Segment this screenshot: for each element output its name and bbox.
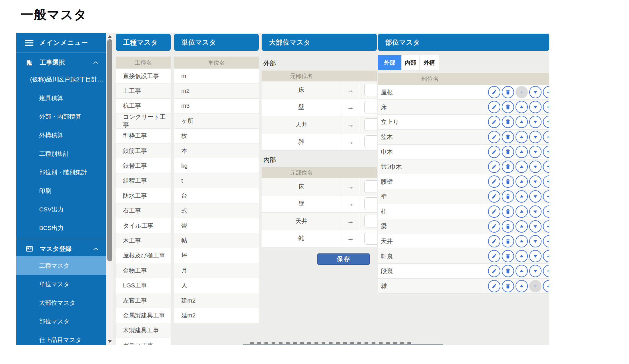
add-button[interactable]	[543, 101, 549, 113]
move-down-button[interactable]	[529, 190, 542, 203]
list-item[interactable]: m2	[174, 83, 259, 98]
add-button[interactable]	[543, 280, 549, 292]
move-down-button[interactable]	[529, 101, 542, 113]
move-up-button[interactable]	[515, 146, 528, 158]
move-down-button[interactable]	[529, 265, 542, 277]
list-item[interactable]: 土工事	[116, 83, 171, 98]
part-name[interactable]: 巾木	[378, 145, 482, 159]
delete-button[interactable]	[502, 131, 514, 143]
list-item[interactable]: 直接仮設工事	[116, 69, 171, 83]
sidebar-item-部位マスタ[interactable]: 部位マスタ	[16, 312, 106, 331]
sidebar-group-master[interactable]: マスタ登録	[16, 241, 106, 256]
sidebar-group-construction[interactable]: 工事選択	[16, 55, 106, 70]
move-down-button[interactable]	[529, 250, 542, 262]
list-item[interactable]: ヶ所	[174, 113, 259, 128]
delete-button[interactable]	[502, 101, 514, 113]
list-item[interactable]: 組積工事	[116, 173, 171, 188]
target-part-input[interactable]	[364, 180, 377, 193]
edit-button[interactable]	[488, 101, 500, 113]
chevron-up-icon[interactable]	[93, 61, 98, 64]
list-item[interactable]: 金属製建具工事	[116, 308, 171, 323]
delete-button[interactable]	[502, 220, 514, 233]
part-name[interactable]: 天井	[378, 234, 482, 249]
delete-button[interactable]	[502, 116, 514, 128]
add-button[interactable]	[543, 131, 549, 143]
add-button[interactable]	[543, 86, 549, 98]
add-button[interactable]	[543, 190, 549, 203]
list-item[interactable]: 月	[174, 263, 259, 278]
list-item[interactable]: 木工事	[116, 233, 171, 248]
edit-button[interactable]	[488, 116, 500, 128]
delete-button[interactable]	[502, 250, 514, 262]
list-item[interactable]: 防水工事	[116, 188, 171, 203]
move-down-button[interactable]	[529, 235, 542, 247]
sidebar-item-(仮称)品川区戸越2丁目計…[interactable]: (仮称)品川区戸越2丁目計…	[16, 70, 106, 89]
move-down-button[interactable]	[529, 175, 542, 188]
scroll-up-icon[interactable]	[108, 35, 112, 38]
edit-button[interactable]	[488, 265, 500, 277]
edit-button[interactable]	[488, 235, 500, 247]
target-part-input[interactable]	[364, 118, 377, 131]
list-item[interactable]: 建m2	[174, 293, 259, 308]
add-button[interactable]	[543, 250, 549, 262]
delete-button[interactable]	[502, 235, 514, 247]
list-item[interactable]: 延m2	[174, 308, 259, 323]
list-item[interactable]: コンクリート工事	[116, 113, 171, 128]
delete-button[interactable]	[502, 161, 514, 173]
sidebar-item-建具積算[interactable]: 建具積算	[16, 89, 106, 107]
move-up-button[interactable]	[515, 175, 528, 188]
tab-外部[interactable]: 外部	[378, 55, 401, 70]
target-part-input[interactable]	[364, 84, 377, 96]
sidebar-item-BCS出力[interactable]: BCS出力	[16, 219, 106, 237]
add-button[interactable]	[543, 220, 549, 233]
list-item[interactable]: 型枠工事	[116, 129, 171, 143]
part-name[interactable]: 壁	[378, 189, 482, 204]
move-down-button[interactable]	[529, 205, 542, 218]
edit-button[interactable]	[488, 161, 500, 173]
move-up-button[interactable]	[515, 205, 528, 218]
part-name[interactable]: 軒裏	[378, 249, 482, 263]
list-item[interactable]: 枚	[174, 129, 259, 143]
target-part-input[interactable]	[364, 232, 377, 245]
edit-button[interactable]	[488, 175, 500, 188]
list-item[interactable]: タイル工事	[116, 218, 171, 233]
save-button[interactable]: 保存	[317, 253, 370, 265]
tab-内部[interactable]: 内部	[401, 55, 420, 70]
scrollbar-thumb[interactable]	[107, 39, 112, 261]
edit-button[interactable]	[488, 280, 500, 292]
move-down-button[interactable]	[529, 116, 542, 128]
sidebar-item-印刷[interactable]: 印刷	[16, 181, 106, 200]
hamburger-menu-icon[interactable]	[25, 39, 33, 46]
delete-button[interactable]	[502, 86, 514, 98]
delete-button[interactable]	[502, 205, 514, 218]
part-name[interactable]: 柱	[378, 204, 482, 219]
list-item[interactable]: ガラス工事	[116, 338, 171, 345]
delete-button[interactable]	[502, 265, 514, 277]
list-item[interactable]: 鉄骨工事	[116, 158, 171, 173]
sidebar-item-仕上品目マスタ[interactable]: 仕上品目マスタ	[16, 331, 106, 345]
move-up-button[interactable]	[515, 250, 528, 262]
add-button[interactable]	[543, 205, 549, 218]
list-item[interactable]: 石工事	[116, 203, 171, 218]
sidebar-scrollbar[interactable]	[106, 33, 113, 345]
target-part-input[interactable]	[364, 135, 377, 148]
sidebar-item-部位別・階別集計[interactable]: 部位別・階別集計	[16, 163, 106, 181]
move-down-button[interactable]	[529, 131, 542, 143]
list-item[interactable]: 台	[174, 188, 259, 203]
list-item[interactable]: 左官工事	[116, 293, 171, 308]
part-name[interactable]: ｻｻﾗ巾木	[378, 159, 482, 174]
list-item[interactable]: m3	[174, 99, 259, 113]
edit-button[interactable]	[488, 220, 500, 233]
list-item[interactable]: 屋根及び樋工事	[116, 248, 171, 263]
add-button[interactable]	[543, 235, 549, 247]
move-down-button[interactable]	[529, 86, 542, 98]
target-part-input[interactable]	[364, 197, 377, 210]
edit-button[interactable]	[488, 131, 500, 143]
delete-button[interactable]	[502, 280, 514, 292]
delete-button[interactable]	[502, 190, 514, 203]
list-item[interactable]: 杭工事	[116, 99, 171, 113]
list-item[interactable]: 人	[174, 278, 259, 293]
list-item[interactable]: 金物工事	[116, 263, 171, 278]
list-item[interactable]: 式	[174, 203, 259, 218]
chevron-up-icon[interactable]	[93, 247, 98, 251]
